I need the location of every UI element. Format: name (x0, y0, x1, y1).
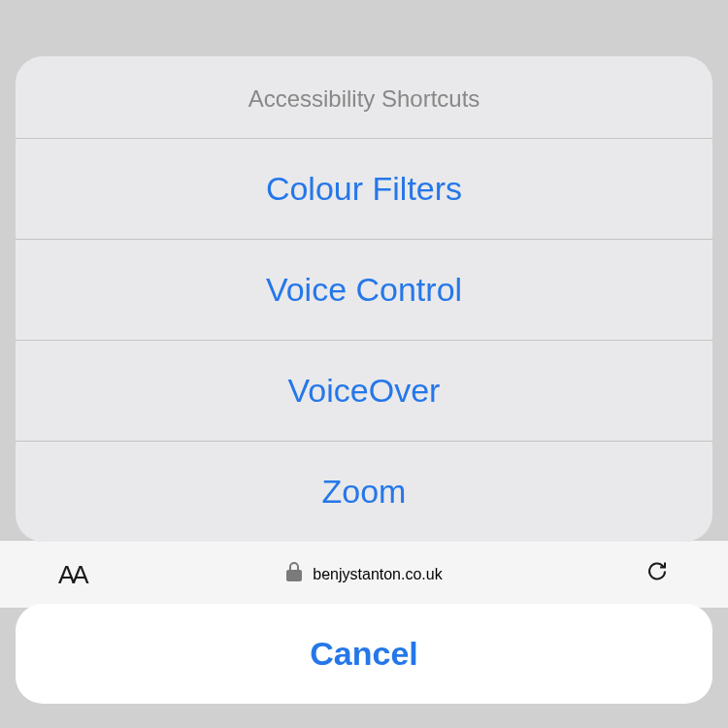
option-zoom[interactable]: Zoom (16, 441, 712, 542)
reload-icon[interactable] (645, 558, 670, 590)
url-display[interactable]: benjystanton.co.uk (285, 561, 442, 588)
option-voiceover[interactable]: VoiceOver (16, 340, 712, 441)
action-sheet: Accessibility Shortcuts Colour Filters V… (16, 56, 712, 542)
option-colour-filters[interactable]: Colour Filters (16, 138, 712, 239)
option-voice-control[interactable]: Voice Control (16, 239, 712, 340)
text-size-icon[interactable]: AA (58, 559, 86, 589)
url-text: benjystanton.co.uk (313, 566, 442, 583)
cancel-button[interactable]: Cancel (16, 604, 712, 704)
browser-address-bar: AA benjystanton.co.uk (0, 540, 728, 608)
lock-icon (285, 561, 303, 588)
action-sheet-title: Accessibility Shortcuts (16, 56, 712, 138)
